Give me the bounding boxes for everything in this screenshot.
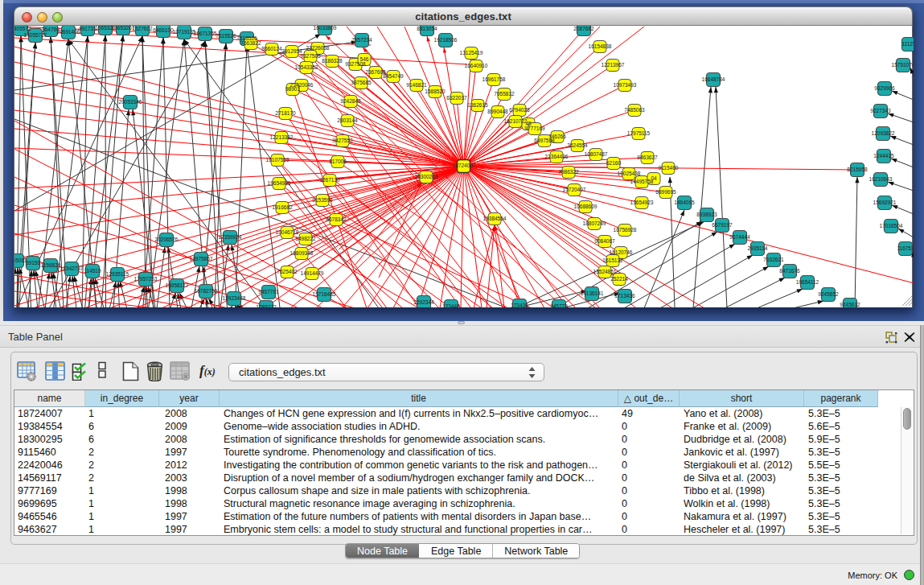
svg-text:2935114: 2935114 — [748, 245, 768, 251]
svg-text:10025438: 10025438 — [618, 171, 641, 176]
svg-text:1292344: 1292344 — [413, 299, 434, 305]
svg-text:13125419: 13125419 — [460, 50, 483, 56]
svg-text:04: 04 — [651, 175, 657, 181]
svg-text:3875685: 3875685 — [351, 80, 372, 85]
svg-text:9115460: 9115460 — [659, 165, 679, 171]
svg-text:39159: 39159 — [26, 260, 40, 266]
svg-text:9463627: 9463627 — [637, 154, 658, 160]
svg-text:15720407: 15720407 — [563, 187, 586, 192]
svg-text:16782759: 16782759 — [195, 288, 218, 294]
svg-text:991731: 991731 — [79, 26, 97, 31]
svg-text:123448: 123448 — [442, 303, 460, 307]
svg-text:20691406: 20691406 — [57, 29, 80, 35]
svg-text:1156829: 1156829 — [41, 262, 61, 268]
svg-text:9245652: 9245652 — [818, 291, 839, 297]
svg-text:13975867: 13975867 — [190, 256, 213, 262]
svg-text:8660124: 8660124 — [261, 46, 282, 51]
svg-text:12213967: 12213967 — [602, 62, 625, 68]
svg-text:16210722: 16210722 — [504, 118, 528, 124]
svg-text:16648784: 16648784 — [702, 76, 725, 82]
svg-text:9327505: 9327505 — [300, 53, 321, 59]
svg-text:16033809: 16033809 — [314, 26, 337, 31]
svg-text:1615132: 1615132 — [602, 257, 623, 263]
svg-text:9777169: 9777169 — [524, 126, 545, 131]
svg-text:9327508: 9327508 — [345, 61, 366, 67]
svg-text:3624554: 3624554 — [567, 142, 588, 148]
svg-text:10046718: 10046718 — [276, 229, 299, 235]
svg-text:13524851: 13524851 — [593, 269, 617, 274]
svg-text:1498222: 1498222 — [295, 236, 316, 241]
svg-text:114519: 114519 — [84, 268, 101, 274]
svg-text:13654923: 13654923 — [630, 200, 654, 205]
svg-text:7663822: 7663822 — [240, 40, 261, 46]
svg-text:9146821: 9146821 — [406, 82, 427, 88]
svg-text:3912954: 3912954 — [281, 48, 302, 54]
svg-text:18807249: 18807249 — [583, 220, 606, 226]
svg-text:16809348: 16809348 — [290, 250, 314, 256]
svg-text:16120746: 16120746 — [610, 249, 633, 255]
svg-text:2803144: 2803144 — [337, 117, 358, 123]
svg-text:17957253: 17957253 — [134, 276, 158, 282]
svg-text:14914479: 14914479 — [301, 270, 324, 276]
svg-text:9242848: 9242848 — [340, 98, 361, 104]
svg-text:116753: 116753 — [897, 245, 914, 251]
svg-text:945779: 945779 — [550, 303, 568, 307]
svg-text:6322037: 6322037 — [446, 95, 467, 101]
svg-text:817006: 817006 — [329, 159, 347, 164]
svg-text:17359924: 17359924 — [219, 234, 242, 240]
svg-text:7515526: 7515526 — [216, 33, 236, 39]
svg-text:1244415: 1244415 — [873, 153, 894, 159]
svg-text:10543362: 10543362 — [295, 64, 318, 70]
svg-text:15692921: 15692921 — [873, 200, 897, 205]
svg-text:20206576: 20206576 — [155, 237, 179, 242]
svg-text:8215958: 8215958 — [847, 167, 868, 172]
svg-text:2087682: 2087682 — [573, 26, 594, 31]
svg-text:12342737: 12342737 — [60, 266, 84, 271]
svg-text:14055727: 14055727 — [24, 32, 47, 38]
svg-text:9427552: 9427552 — [332, 138, 353, 143]
svg-text:20053346: 20053346 — [119, 99, 142, 105]
svg-text:25300203: 25300203 — [415, 174, 438, 179]
svg-text:10654112: 10654112 — [796, 279, 819, 285]
svg-text:19384554: 19384554 — [483, 216, 507, 221]
svg-text:6794028: 6794028 — [509, 107, 530, 113]
svg-text:9153594: 9153594 — [312, 197, 333, 203]
svg-text:1588520: 1588520 — [425, 89, 446, 94]
svg-text:8813054: 8813054 — [417, 26, 437, 31]
svg-text:7955812: 7955812 — [494, 91, 515, 97]
svg-text:16756928: 16756928 — [614, 227, 637, 233]
svg-text:1713436: 1713436 — [614, 293, 635, 299]
svg-text:17975115: 17975115 — [627, 130, 651, 136]
svg-text:1362615: 1362615 — [467, 102, 488, 108]
svg-text:9457791: 9457791 — [258, 289, 279, 295]
svg-text:1405572: 1405572 — [14, 26, 31, 31]
svg-text:8186328: 8186328 — [322, 58, 343, 64]
svg-text:9245612: 9245612 — [840, 302, 860, 307]
svg-text:16107553: 16107553 — [266, 157, 290, 163]
svg-text:16671355: 16671355 — [194, 31, 217, 36]
svg-text:16961758: 16961758 — [483, 76, 506, 82]
svg-text:16958177: 16958177 — [166, 282, 189, 288]
svg-text:8454749: 8454749 — [383, 73, 404, 79]
svg-text:19654935: 19654935 — [268, 180, 291, 186]
svg-text:21364436: 21364436 — [545, 154, 569, 159]
svg-text:1916682: 1916682 — [272, 204, 293, 210]
svg-text:2718170: 2718170 — [275, 110, 296, 116]
svg-text:9329966: 9329966 — [874, 85, 895, 91]
svg-text:23226058: 23226058 — [306, 45, 330, 51]
svg-text:252214: 252214 — [610, 276, 628, 282]
svg-text:18724007: 18724007 — [453, 163, 476, 168]
svg-text:10688609: 10688609 — [574, 204, 598, 209]
svg-text:7625402: 7625402 — [277, 269, 298, 274]
svg-text:12093822: 12093822 — [872, 130, 895, 136]
svg-text:8678342: 8678342 — [326, 216, 347, 222]
svg-text:1464095: 1464095 — [674, 200, 695, 205]
svg-text:19218506: 19218506 — [434, 37, 458, 43]
svg-text:6466100: 6466100 — [153, 27, 174, 33]
svg-text:6899695: 6899695 — [655, 189, 676, 195]
svg-text:12923448: 12923448 — [223, 295, 246, 301]
svg-text:15751074: 15751074 — [892, 62, 914, 68]
svg-text:7632621: 7632621 — [763, 257, 784, 262]
svg-text:11125: 11125 — [901, 41, 914, 47]
svg-text:15716485: 15716485 — [313, 291, 336, 297]
